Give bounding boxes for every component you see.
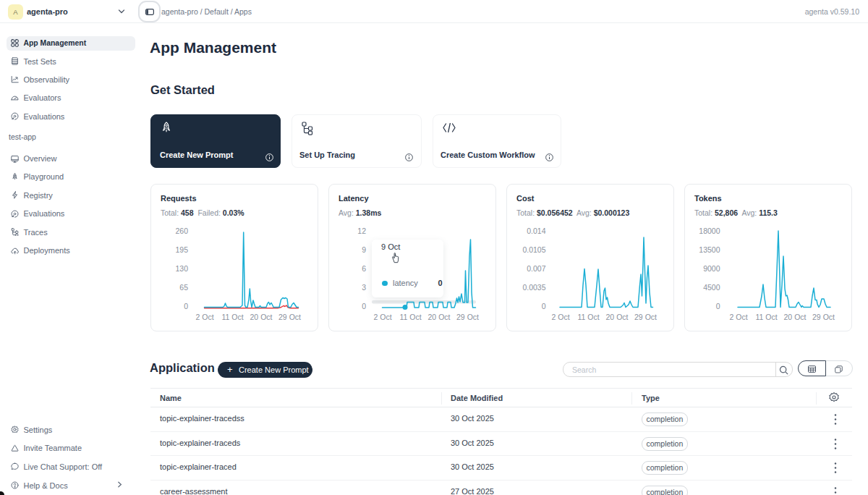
- svg-text:2 Oct: 2 Oct: [195, 313, 213, 321]
- svg-text:0.0035: 0.0035: [522, 283, 545, 292]
- svg-text:11 Oct: 11 Oct: [399, 313, 421, 321]
- svg-text:3: 3: [362, 283, 366, 292]
- svg-text:11 Oct: 11 Oct: [221, 313, 243, 321]
- svg-text:20 Oct: 20 Oct: [606, 313, 629, 321]
- svg-text:6: 6: [362, 264, 366, 273]
- svg-text:2 Oct: 2 Oct: [729, 313, 747, 321]
- svg-text:0: 0: [716, 302, 720, 310]
- svg-text:260: 260: [175, 227, 188, 235]
- svg-text:12: 12: [357, 227, 366, 235]
- svg-text:0.0105: 0.0105: [522, 245, 545, 254]
- svg-text:29 Oct: 29 Oct: [812, 313, 835, 321]
- svg-text:130: 130: [175, 264, 188, 273]
- svg-text:9000: 9000: [703, 264, 720, 273]
- svg-text:29 Oct: 29 Oct: [634, 313, 657, 321]
- svg-text:11 Oct: 11 Oct: [577, 313, 599, 321]
- svg-text:11 Oct: 11 Oct: [755, 313, 777, 321]
- svg-text:0.007: 0.007: [527, 264, 545, 273]
- svg-text:0: 0: [542, 302, 546, 310]
- svg-text:20 Oct: 20 Oct: [428, 313, 451, 321]
- svg-text:29 Oct: 29 Oct: [278, 313, 301, 321]
- svg-text:65: 65: [179, 283, 188, 292]
- svg-text:18000: 18000: [699, 227, 720, 235]
- svg-text:2 Oct: 2 Oct: [551, 313, 569, 321]
- svg-text:0: 0: [362, 302, 366, 310]
- svg-text:13500: 13500: [699, 245, 720, 254]
- svg-text:0.014: 0.014: [527, 227, 545, 235]
- svg-text:4500: 4500: [703, 283, 720, 292]
- svg-text:195: 195: [175, 245, 188, 254]
- svg-text:20 Oct: 20 Oct: [784, 313, 807, 321]
- svg-text:20 Oct: 20 Oct: [250, 313, 273, 321]
- svg-text:29 Oct: 29 Oct: [456, 313, 479, 321]
- svg-text:0: 0: [184, 302, 188, 310]
- svg-text:9: 9: [362, 245, 366, 254]
- svg-text:2 Oct: 2 Oct: [373, 313, 391, 321]
